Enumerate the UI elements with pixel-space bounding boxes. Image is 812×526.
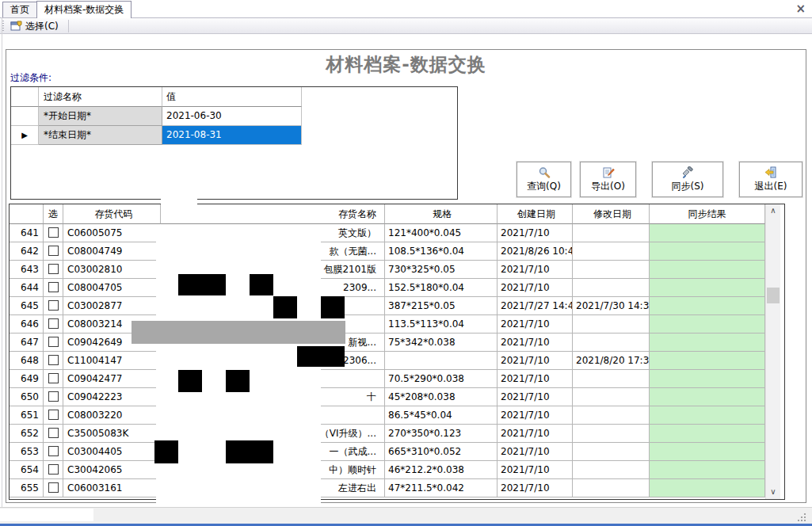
- spec-cell: 47*211.5*0.042: [385, 479, 497, 497]
- toolbar-grip[interactable]: [2, 21, 4, 32]
- filter-row[interactable]: ▶ *结束日期* 2021-08-31: [11, 126, 457, 145]
- table-row[interactable]: 649 C09042477 70.5*290*0.038 2021/7/10: [10, 370, 784, 388]
- filter-row-selector[interactable]: ▶: [11, 126, 39, 145]
- vertical-scrollbar[interactable]: ∧ ∨: [765, 204, 780, 499]
- table-row[interactable]: 647 C09042649 新视... 75*342*0.038 2021/7/…: [10, 334, 784, 352]
- row-select-cell: [44, 443, 63, 461]
- scroll-up-icon[interactable]: ∧: [766, 204, 780, 218]
- table-row[interactable]: 655 C06003161 左进右出 47*211.5*0.042 2021/7…: [10, 479, 784, 497]
- resize-grip-icon[interactable]: [795, 512, 806, 521]
- sync-result-cell: [650, 315, 765, 334]
- row-checkbox[interactable]: [48, 318, 59, 329]
- table-row[interactable]: 648 C11004147 2306... 2021/7/10 2021/8/2…: [10, 352, 784, 370]
- row-checkbox[interactable]: [48, 391, 59, 402]
- row-checkbox[interactable]: [48, 300, 59, 311]
- table-row[interactable]: 642 C08004749 款（无菌... 108.5*136*0.04 202…: [10, 242, 784, 261]
- redaction-black-box: [178, 274, 226, 295]
- row-checkbox[interactable]: [48, 446, 59, 456]
- row-number-header: [10, 204, 44, 224]
- filter-grid: 过滤名称 值 *开始日期* 2021-06-30 ▶ *结束日期* 2021-0…: [10, 86, 458, 200]
- row-checkbox[interactable]: [48, 355, 59, 365]
- redaction-black-box: [273, 296, 297, 318]
- table-row[interactable]: 644 C08004705 2309... 152.5*180*0.04 202…: [10, 279, 784, 297]
- redaction-black-box: [226, 440, 273, 463]
- search-icon: [538, 166, 551, 179]
- select-button[interactable]: 选择(C): [7, 19, 62, 33]
- created-date-cell: 2021/7/10: [497, 334, 573, 352]
- spec-cell: 730*325*0.05: [385, 261, 497, 279]
- tab-material-data-exchange[interactable]: 材料档案-数据交换: [36, 1, 132, 18]
- scroll-down-icon[interactable]: ∨: [766, 486, 780, 499]
- inventory-code-cell: C35005083K: [63, 425, 161, 443]
- filter-value-header: 值: [162, 87, 302, 107]
- created-date-cell: 2021/7/10: [497, 461, 573, 479]
- row-checkbox[interactable]: [48, 482, 59, 493]
- row-checkbox[interactable]: [48, 464, 59, 475]
- sync-result-header: 同步结果: [650, 204, 765, 224]
- spec-cell: 113.5*113*0.04: [385, 315, 497, 334]
- filter-value-cell[interactable]: 2021-08-31: [162, 126, 302, 145]
- table-row[interactable]: 652 C35005083K （VI升级）... 270*350*0.123 2…: [10, 425, 784, 443]
- created-date-cell: 2021/7/10: [497, 388, 573, 406]
- spec-cell: 387*215*0.05: [385, 297, 497, 315]
- row-checkbox[interactable]: [48, 264, 59, 274]
- spec-cell: 86.5*45*0.04: [385, 406, 497, 425]
- row-checkbox[interactable]: [48, 373, 59, 383]
- row-checkbox[interactable]: [48, 428, 59, 438]
- sync-result-cell: [650, 443, 765, 461]
- table-row[interactable]: 646 C08003214 113.5*113*0.04 2021/7/10: [10, 315, 784, 334]
- table-row[interactable]: 651 C08003220 86.5*45*0.04 2021/7/10: [10, 406, 784, 425]
- row-number-cell: 642: [10, 242, 44, 261]
- row-select-cell: [44, 406, 63, 425]
- modified-date-cell: [573, 425, 650, 443]
- created-date-header: 创建日期: [497, 204, 573, 224]
- sync-icon: [681, 166, 694, 179]
- query-button[interactable]: 查询(Q): [517, 162, 571, 197]
- table-row[interactable]: 645 C03002877 387*215*0.05 2021/7/27 14:…: [10, 297, 784, 315]
- table-row[interactable]: 650 C09042223 十 45*208*0.038 2021/7/10: [10, 388, 784, 406]
- inventory-code-cell: C11004147: [63, 352, 161, 370]
- modified-date-cell: [573, 388, 650, 406]
- row-checkbox[interactable]: [48, 337, 59, 347]
- inventory-code-cell: C08003220: [63, 406, 161, 425]
- sync-result-cell: [650, 370, 765, 388]
- exit-button[interactable]: 退出(E): [739, 162, 802, 197]
- inventory-code-cell: C06005075: [63, 224, 161, 242]
- filter-name-cell[interactable]: *结束日期*: [39, 126, 162, 145]
- filter-name-cell[interactable]: *开始日期*: [39, 107, 162, 126]
- filter-row[interactable]: *开始日期* 2021-06-30: [11, 107, 457, 126]
- spec-cell: 45*208*0.038: [385, 388, 497, 406]
- row-checkbox[interactable]: [48, 282, 59, 292]
- table-row[interactable]: 641 C06005075 英文版） 121*400*0.045 2021/7/…: [10, 224, 784, 242]
- row-number-cell: 643: [10, 261, 44, 279]
- spec-header: 规格: [385, 204, 497, 224]
- close-icon[interactable]: ×: [795, 1, 806, 17]
- export-button[interactable]: 导出(O): [580, 162, 636, 197]
- export-button-label: 导出(O): [591, 180, 625, 193]
- inventory-code-cell: C30042065: [63, 461, 161, 479]
- row-select-cell: [44, 242, 63, 261]
- table-row[interactable]: 643 C03002810 包膜2101版 730*325*0.05 2021/…: [10, 261, 784, 279]
- row-select-cell: [44, 388, 63, 406]
- row-select-cell: [44, 334, 63, 352]
- row-select-cell: [44, 461, 63, 479]
- modified-date-cell: [573, 315, 650, 334]
- created-date-cell: 2021/7/10: [497, 406, 573, 425]
- modified-date-cell: [573, 443, 650, 461]
- table-row[interactable]: 653 C03004405 一（武成... 665*310*0.052 2021…: [10, 443, 784, 461]
- sync-result-cell: [650, 461, 765, 479]
- table-row[interactable]: 654 C30042065 中）顺时针 46*212.2*0.038 2021/…: [10, 461, 784, 479]
- filter-value-cell[interactable]: 2021-06-30: [162, 107, 302, 126]
- sync-button[interactable]: 同步(S): [652, 162, 723, 197]
- row-checkbox[interactable]: [48, 410, 59, 420]
- spec-cell: 121*400*0.045: [385, 224, 497, 242]
- tab-home[interactable]: 首页: [2, 2, 37, 17]
- row-checkbox[interactable]: [48, 227, 59, 238]
- filter-row-selector[interactable]: [11, 107, 39, 126]
- modified-date-cell: [573, 479, 650, 497]
- sync-result-cell: [650, 279, 765, 297]
- created-date-cell: 2021/7/10: [497, 315, 573, 334]
- row-checkbox[interactable]: [48, 246, 59, 256]
- modified-date-cell: [573, 334, 650, 352]
- scrollbar-thumb[interactable]: [767, 288, 780, 303]
